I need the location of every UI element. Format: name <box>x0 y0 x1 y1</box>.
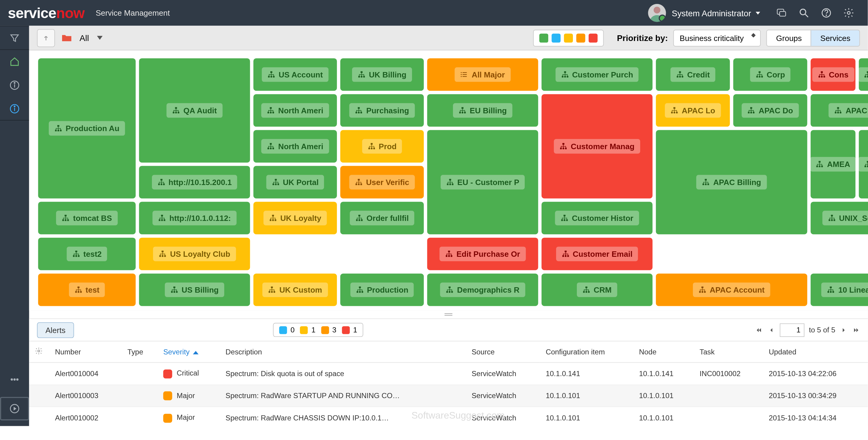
info-active-icon[interactable] <box>0 97 29 121</box>
service-tile[interactable]: EU - Customer P <box>427 130 538 234</box>
service-tile[interactable]: US Billing <box>139 274 250 306</box>
service-tile[interactable]: Demographics R <box>427 274 538 306</box>
column-header[interactable]: Number <box>50 341 122 363</box>
column-header[interactable]: Type <box>122 341 158 363</box>
service-tile[interactable]: Purchasing <box>340 94 424 127</box>
info-icon[interactable] <box>0 73 29 97</box>
gear-icon[interactable] <box>843 7 854 19</box>
prev-page-icon[interactable] <box>767 326 775 334</box>
column-header[interactable]: Severity <box>158 341 220 363</box>
app-name: Service Management <box>96 8 170 18</box>
service-tile[interactable]: UK Portal <box>253 166 337 198</box>
table-row[interactable]: Alert0010002MajorSpectrum: RadWare CHASS… <box>29 407 868 426</box>
chat-icon[interactable] <box>776 7 787 19</box>
svg-rect-26 <box>67 219 69 221</box>
service-tile[interactable]: AMEA <box>859 130 868 198</box>
service-tile[interactable]: AMEA <box>811 130 856 198</box>
service-tile[interactable]: US Loyalty Club <box>139 238 250 270</box>
next-page-icon[interactable] <box>840 326 847 334</box>
svg-rect-162 <box>171 291 173 293</box>
service-tile[interactable]: UNIX_Server <box>811 202 868 234</box>
service-tile[interactable]: UK Loyalty <box>253 202 337 234</box>
service-tile[interactable]: test2 <box>38 238 135 270</box>
service-tile[interactable]: Customer Manag <box>541 94 652 198</box>
svg-rect-64 <box>270 219 271 221</box>
service-tile[interactable]: Production <box>340 274 424 306</box>
service-tile[interactable]: US Account <box>253 58 337 91</box>
page-input[interactable] <box>780 323 804 337</box>
legend-swatch[interactable] <box>576 33 585 42</box>
search-icon[interactable] <box>798 7 809 19</box>
service-tile[interactable]: tomcat BS <box>38 202 135 234</box>
username[interactable]: System Administrator <box>672 8 751 18</box>
avatar[interactable] <box>648 4 666 22</box>
more-icon[interactable] <box>0 368 29 391</box>
service-tile[interactable]: Customer Email <box>541 238 652 270</box>
breadcrumb-all[interactable]: All <box>80 33 89 43</box>
service-tile[interactable]: Customer Purch <box>541 58 652 91</box>
pane-splitter[interactable] <box>29 310 868 318</box>
service-tile[interactable]: http://10.1.0.112: <box>139 202 250 234</box>
service-tile[interactable]: Customer Histor <box>541 202 652 234</box>
service-tile[interactable]: QA Audit <box>139 58 250 162</box>
service-tile[interactable]: North Ameri <box>253 130 337 163</box>
up-level-button[interactable] <box>37 29 55 47</box>
svg-rect-78 <box>373 148 375 149</box>
service-tile[interactable]: EU Billing <box>427 94 538 127</box>
prioritize-select[interactable]: Business criticality <box>674 30 761 46</box>
service-tile[interactable]: Order fullfil <box>340 202 424 234</box>
table-row[interactable]: Alert0010003MajorSpectrum: RadWare START… <box>29 384 868 407</box>
column-header[interactable]: Description <box>220 341 466 363</box>
service-tile[interactable]: Production Au <box>38 58 135 198</box>
service-tile[interactable]: North Ameri <box>253 94 337 127</box>
service-tile[interactable]: UK Billing <box>340 58 424 91</box>
play-icon[interactable] <box>0 397 29 420</box>
legend-swatch[interactable] <box>539 33 548 42</box>
groups-toggle[interactable]: Groups <box>767 30 811 46</box>
service-tile[interactable]: Prod <box>340 130 424 163</box>
last-page-icon[interactable] <box>852 326 860 334</box>
service-tile[interactable]: CRM <box>541 274 652 306</box>
legend-swatch[interactable] <box>588 33 597 42</box>
services-toggle[interactable]: Services <box>811 30 859 46</box>
service-tile[interactable]: APAC Lo <box>656 94 730 127</box>
legend-swatch[interactable] <box>551 33 560 42</box>
service-tile[interactable]: UK Custom <box>253 274 337 306</box>
column-header[interactable]: Updated <box>763 341 868 363</box>
home-icon[interactable] <box>0 50 29 73</box>
svg-rect-158 <box>75 291 76 293</box>
column-header[interactable]: Task <box>694 341 763 363</box>
service-tile[interactable]: http://10.15.200.1 <box>139 166 250 198</box>
service-tile[interactable]: APAC Cu <box>811 94 868 127</box>
folder-icon[interactable] <box>61 32 73 44</box>
svg-rect-33 <box>176 112 177 113</box>
service-tile[interactable]: Edit Purchase Or <box>427 238 538 270</box>
table-settings-icon[interactable] <box>29 341 50 363</box>
user-menu-caret-icon[interactable] <box>755 11 760 14</box>
column-header[interactable]: Source <box>466 341 540 363</box>
svg-rect-124 <box>761 76 763 77</box>
view-toggle: Groups Services <box>767 30 860 46</box>
service-tile[interactable]: All Major <box>427 58 538 91</box>
first-page-icon[interactable] <box>755 326 763 334</box>
service-tile[interactable]: Cons <box>811 58 856 91</box>
service-tile[interactable]: Credit <box>656 58 730 91</box>
service-tile[interactable]: User Verific <box>340 166 424 198</box>
breadcrumb-caret-icon[interactable] <box>97 36 102 40</box>
legend-swatch[interactable] <box>564 33 572 42</box>
column-header[interactable]: Configuration item <box>540 341 633 363</box>
column-header[interactable]: Node <box>633 341 694 363</box>
count-value: 3 <box>332 326 336 334</box>
service-tile[interactable]: 10 Linear Cis <box>811 274 868 306</box>
service-tile[interactable]: APAC Do <box>733 94 807 127</box>
alerts-tab[interactable]: Alerts <box>37 322 74 338</box>
service-tile[interactable]: APAC Account <box>656 274 807 306</box>
help-icon[interactable] <box>821 7 832 19</box>
table-row[interactable]: Alert0010004CriticalSpectrum: Disk quota… <box>29 362 868 384</box>
svg-rect-76 <box>368 148 370 149</box>
service-tile[interactable]: APAC Billing <box>656 130 807 234</box>
service-tile[interactable]: Corp <box>733 58 807 91</box>
service-tile[interactable]: Asia P <box>859 58 868 91</box>
filter-icon[interactable] <box>0 26 29 50</box>
service-tile[interactable]: test <box>38 274 135 306</box>
